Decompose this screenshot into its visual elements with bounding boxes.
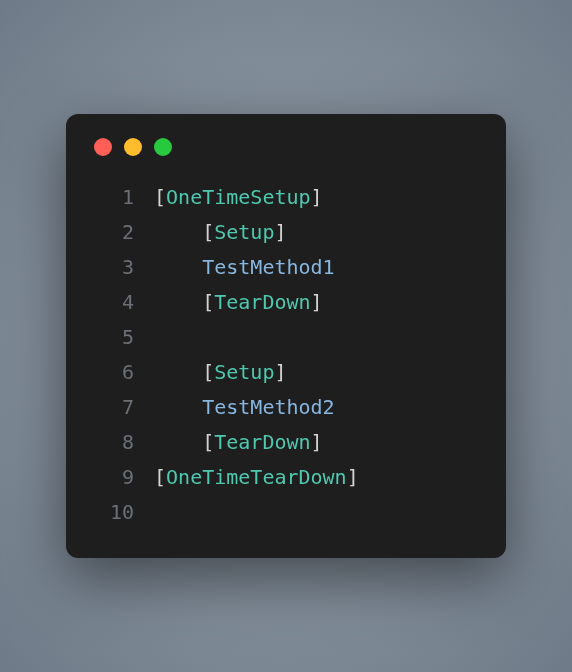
code-window: 1[OneTimeSetup]2 [Setup]3 TestMethod14 [… [66, 114, 506, 558]
bracket-close: ] [274, 360, 286, 384]
bracket-close: ] [311, 185, 323, 209]
code-line: 5 [94, 320, 478, 355]
code-line: 9[OneTimeTearDown] [94, 460, 478, 495]
line-content: [TearDown] [134, 425, 323, 460]
line-number: 4 [94, 285, 134, 320]
attribute-name: Setup [214, 360, 274, 384]
bracket-close: ] [274, 220, 286, 244]
close-icon[interactable] [94, 138, 112, 156]
code-line: 2 [Setup] [94, 215, 478, 250]
code-line: 1[OneTimeSetup] [94, 180, 478, 215]
line-content: TestMethod2 [134, 390, 335, 425]
line-content: [OneTimeSetup] [134, 180, 323, 215]
line-content: [Setup] [134, 355, 286, 390]
code-line: 8 [TearDown] [94, 425, 478, 460]
line-number: 5 [94, 320, 134, 355]
bracket-close: ] [311, 430, 323, 454]
line-number: 8 [94, 425, 134, 460]
line-content [134, 495, 166, 530]
line-number: 9 [94, 460, 134, 495]
code-line: 7 TestMethod2 [94, 390, 478, 425]
attribute-name: OneTimeSetup [166, 185, 311, 209]
line-content [134, 320, 166, 355]
attribute-name: OneTimeTearDown [166, 465, 347, 489]
attribute-name: Setup [214, 220, 274, 244]
line-content: [TearDown] [134, 285, 323, 320]
line-content: [OneTimeTearDown] [134, 460, 359, 495]
bracket-close: ] [311, 290, 323, 314]
line-number: 6 [94, 355, 134, 390]
bracket-open: [ [202, 360, 214, 384]
minimize-icon[interactable] [124, 138, 142, 156]
bracket-open: [ [154, 465, 166, 489]
attribute-name: TearDown [214, 430, 310, 454]
maximize-icon[interactable] [154, 138, 172, 156]
bracket-open: [ [154, 185, 166, 209]
bracket-open: [ [202, 290, 214, 314]
bracket-open: [ [202, 220, 214, 244]
line-content: TestMethod1 [134, 250, 335, 285]
line-number: 2 [94, 215, 134, 250]
line-number: 10 [94, 495, 134, 530]
attribute-name: TearDown [214, 290, 310, 314]
method-name: TestMethod1 [202, 255, 334, 279]
code-line: 10 [94, 495, 478, 530]
code-area: 1[OneTimeSetup]2 [Setup]3 TestMethod14 [… [94, 180, 478, 530]
code-line: 6 [Setup] [94, 355, 478, 390]
bracket-close: ] [347, 465, 359, 489]
line-content: [Setup] [134, 215, 286, 250]
method-name: TestMethod2 [202, 395, 334, 419]
titlebar [94, 138, 478, 156]
line-number: 7 [94, 390, 134, 425]
line-number: 1 [94, 180, 134, 215]
code-line: 3 TestMethod1 [94, 250, 478, 285]
code-line: 4 [TearDown] [94, 285, 478, 320]
bracket-open: [ [202, 430, 214, 454]
line-number: 3 [94, 250, 134, 285]
